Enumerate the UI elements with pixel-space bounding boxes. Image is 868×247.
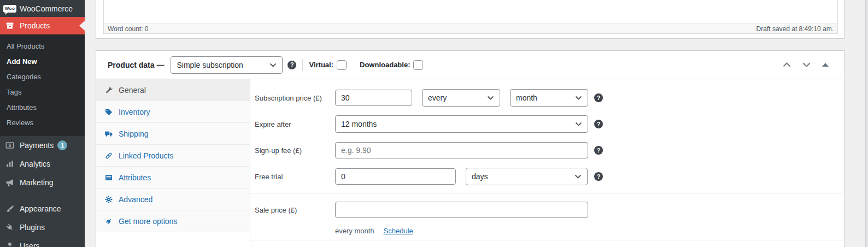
megaphone-icon [0, 178, 20, 187]
editor-statusbar: Word count: 0 Draft saved at 8:49:10 am. [104, 23, 837, 33]
submenu-item-categories[interactable]: Categories [0, 69, 85, 85]
sidebar-item-users[interactable]: Users [0, 237, 85, 247]
triangle-up-icon [822, 63, 829, 67]
sidebar-item-products[interactable]: Products [0, 17, 85, 34]
sidebar-item-label: Products [20, 21, 50, 30]
tab-label: Get more options [119, 217, 177, 226]
sidebar-item-plugins[interactable]: Plugins [0, 218, 85, 237]
free-trial-input[interactable] [335, 168, 456, 185]
signup-fee-help-icon[interactable]: ? [594, 146, 603, 155]
signup-fee-row: Sign-up fee (£) ? [250, 137, 844, 163]
toggle-panel-button[interactable] [821, 62, 830, 68]
sale-price-input[interactable] [335, 202, 588, 218]
expire-after-fields: 12 months [335, 115, 588, 133]
submenu-item-tags[interactable]: Tags [0, 85, 85, 100]
analytics-icon [0, 159, 20, 169]
tab-label: Shipping [119, 130, 149, 138]
tab-label: General [119, 86, 146, 95]
brush-icon [0, 204, 20, 214]
sidebar-item-payments[interactable]: $ Payments 1 [0, 136, 85, 155]
free-trial-label: Free trial [255, 173, 335, 181]
product-data-header: Product data — Simple subscription ? Vir… [96, 51, 844, 79]
sale-price-label: Sale price (£) [255, 206, 335, 214]
sale-price-row: Sale price (£) [250, 197, 844, 223]
product-data-panel: Product data — Simple subscription ? Vir… [96, 50, 844, 247]
product-type-select[interactable]: Simple subscription [171, 56, 283, 74]
sidebar-item-label: Plugins [20, 223, 45, 232]
plug-icon [0, 222, 20, 232]
expire-after-help-icon[interactable]: ? [594, 120, 603, 128]
sidebar-item-label: Analytics [20, 160, 50, 168]
product-type-help-icon[interactable]: ? [288, 61, 296, 69]
products-box-icon [0, 21, 20, 31]
billing-period-value: month [516, 93, 537, 102]
free-trial-unit-select[interactable]: days [466, 168, 588, 185]
panel-title: Product data — [108, 61, 164, 69]
header-divider [302, 59, 303, 71]
tab-advanced[interactable]: Advanced [96, 189, 250, 210]
submenu-item-add-new[interactable]: Add New [0, 54, 85, 69]
tag-icon [104, 108, 113, 116]
expire-after-row: Expire after 12 months ? [250, 111, 844, 137]
payments-icon: $ [0, 140, 20, 150]
tab-linked-products[interactable]: Linked Products [96, 145, 250, 167]
wrench-icon [104, 86, 113, 95]
virtual-checkbox[interactable] [337, 60, 347, 70]
move-up-button[interactable] [782, 61, 792, 68]
general-tab-panel: Subscription price (£) every month [250, 79, 844, 247]
sidebar-item-label: Users [20, 242, 40, 247]
chevron-down-icon [802, 62, 811, 67]
free-trial-row: Free trial days ? [250, 163, 844, 190]
sidebar-item-analytics[interactable]: Analytics [0, 155, 85, 173]
chevron-down-icon [269, 63, 277, 67]
word-count: Word count: 0 [108, 25, 148, 33]
sale-price-fields [335, 202, 588, 218]
chevron-down-icon [574, 174, 582, 179]
payments-badge: 1 [57, 140, 67, 150]
schedule-link[interactable]: Schedule [384, 227, 413, 235]
sidebar-item-marketing[interactable]: Marketing [0, 173, 85, 192]
tab-label: Linked Products [119, 151, 173, 160]
expire-after-select[interactable]: 12 months [335, 115, 588, 133]
draft-saved-status: Draft saved at 8:49:10 am. [756, 25, 834, 33]
product-type-value: Simple subscription [177, 61, 243, 69]
tab-get-more-options[interactable]: Get more options [96, 210, 250, 232]
expire-after-label: Expire after [255, 120, 335, 128]
window-scrollbar[interactable] [865, 0, 868, 247]
gear-icon [104, 195, 113, 204]
svg-text:$: $ [9, 143, 11, 148]
tab-label: Advanced [119, 195, 153, 204]
tab-general[interactable]: General [96, 79, 250, 101]
admin-sidebar: Woo WooCommerce Products All Products Ad… [0, 0, 85, 247]
sidebar-item-appearance[interactable]: Appearance [0, 199, 85, 218]
editor-area[interactable]: Word count: 0 Draft saved at 8:49:10 am. [103, 0, 838, 34]
list-box-icon [104, 173, 113, 182]
subscription-price-input[interactable] [335, 90, 412, 106]
tab-inventory[interactable]: Inventory [96, 101, 250, 123]
chevron-down-icon [575, 122, 582, 126]
sidebar-item-label: Payments [20, 141, 54, 150]
sale-price-options-group: Sale price (£) every month Schedule [250, 193, 844, 240]
downloadable-checkbox[interactable] [413, 60, 423, 70]
tab-attributes[interactable]: Attributes [96, 167, 250, 189]
billing-period-select[interactable]: month [510, 89, 588, 107]
submenu-item-attributes[interactable]: Attributes [0, 100, 85, 115]
user-icon [0, 241, 20, 247]
submenu-item-all-products[interactable]: All Products [0, 39, 85, 54]
move-down-button[interactable] [801, 61, 812, 68]
sidebar-item-woocommerce[interactable]: Woo WooCommerce [0, 0, 85, 17]
woocommerce-icon: Woo [0, 5, 20, 13]
free-trial-help-icon[interactable]: ? [594, 172, 603, 181]
product-data-body: General Inventory Shipping Linked Produc… [96, 79, 844, 247]
subscription-price-fields: every month [335, 89, 588, 107]
subscription-price-help-icon[interactable]: ? [594, 93, 603, 102]
tab-shipping[interactable]: Shipping [96, 123, 250, 145]
submenu-item-reviews[interactable]: Reviews [0, 115, 85, 131]
subscription-price-label: Subscription price (£) [255, 94, 335, 102]
signup-fee-input[interactable] [335, 142, 588, 158]
sidebar-item-label: Appearance [20, 204, 61, 213]
plug-small-icon [104, 217, 113, 226]
billing-interval-value: every [428, 93, 447, 102]
virtual-label: Virtual: [309, 61, 333, 69]
billing-interval-select[interactable]: every [422, 89, 500, 107]
